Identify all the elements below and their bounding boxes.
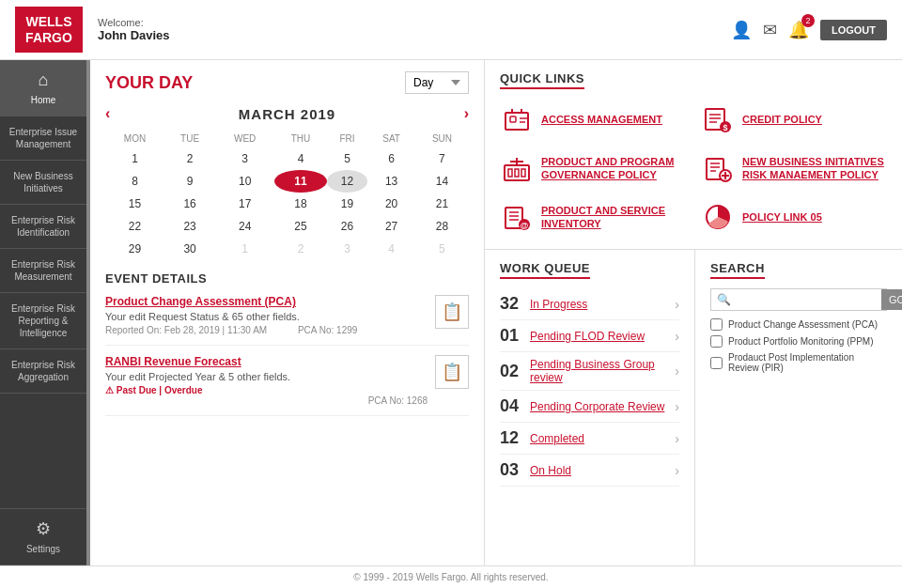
calendar-day[interactable]: 1	[215, 238, 274, 260]
calendar-day[interactable]: 4	[274, 147, 327, 170]
wq-label: Pending Business Group review	[530, 358, 675, 384]
wq-chevron-icon: ›	[675, 431, 679, 446]
calendar-day[interactable]: 12	[327, 170, 368, 193]
settings-icon: ⚙	[4, 518, 83, 540]
credit-icon: $	[701, 102, 735, 136]
event-desc-2: Your edit Projected Year & 5 other field…	[105, 371, 428, 382]
quick-link-access[interactable]: ACCESS MANAGEMENT	[500, 99, 686, 140]
quick-link-policy05[interactable]: POLICY LINK 05	[701, 196, 887, 238]
work-queue-title: WORK QUEUE	[500, 261, 590, 279]
calendar-day[interactable]: 16	[164, 193, 215, 215]
work-queue-item[interactable]: 01 Pending FLOD Review ›	[500, 320, 679, 352]
work-queue-item[interactable]: 12 Completed ›	[500, 423, 679, 455]
search-option-label: Prodauct Post Implementation Review (PIR…	[728, 352, 887, 373]
quick-link-governance[interactable]: PRODUCT AND PROGRAM GOVERNANCE POLICY	[500, 147, 686, 189]
calendar-day[interactable]: 9	[164, 170, 215, 193]
calendar-grid: MON TUE WED THU FRI SAT SUN 123456789101…	[105, 130, 469, 260]
calendar: ‹ MARCH 2019 › MON TUE WED THU FRI SAT S	[90, 101, 484, 260]
quick-link-inventory[interactable]: @ PRODUCT AND SERVICE INVENTORY	[500, 196, 686, 238]
calendar-day[interactable]: 28	[415, 215, 469, 238]
header: WELLS FARGO Welcome: John Davies 👤 ✉ 🔔 2…	[0, 0, 902, 60]
calendar-day[interactable]: 25	[274, 215, 327, 238]
calendar-day[interactable]: 27	[367, 215, 415, 238]
search-go-button[interactable]: GO	[881, 289, 902, 310]
dow-mon: MON	[105, 130, 164, 147]
sidebar-item-risk-reporting[interactable]: Enterprise Risk Reporting & Intelligence	[0, 293, 86, 349]
content-area: YOUR DAY Day Week Month ‹ MARCH 2019 › M…	[90, 60, 902, 565]
wq-number: 12	[500, 428, 530, 448]
your-day-title: YOUR DAY	[105, 73, 193, 93]
event-overdue-badge: ⚠ Past Due | Overdue	[105, 385, 428, 395]
main-layout: ⌂ Home Enterprise Issue Management New B…	[0, 60, 902, 565]
sidebar-item-enterprise-issue[interactable]: Enterprise Issue Management	[0, 116, 86, 161]
calendar-day[interactable]: 14	[415, 170, 469, 193]
sidebar-item-risk-measure[interactable]: Enterprise Risk Measurement	[0, 249, 86, 293]
calendar-day[interactable]: 26	[327, 215, 368, 238]
calendar-day[interactable]: 7	[415, 147, 469, 170]
event-icon-2[interactable]: 📋	[435, 355, 469, 389]
calendar-day[interactable]: 1	[105, 147, 164, 170]
bottom-panels: WORK QUEUE 32 In Progress › 01 Pending F…	[485, 250, 902, 565]
calendar-day[interactable]: 11	[274, 170, 327, 193]
calendar-day[interactable]: 2	[274, 238, 327, 260]
calendar-day[interactable]: 20	[367, 193, 415, 215]
user-icon[interactable]: 👤	[731, 20, 752, 40]
calendar-day[interactable]: 2	[164, 147, 215, 170]
calendar-day[interactable]: 3	[215, 147, 274, 170]
calendar-day[interactable]: 22	[105, 215, 164, 238]
logout-button[interactable]: LOGOUT	[820, 20, 887, 40]
day-select[interactable]: Day Week Month	[405, 71, 469, 94]
calendar-day[interactable]: 6	[367, 147, 415, 170]
calendar-day[interactable]: 21	[415, 193, 469, 215]
calendar-day[interactable]: 5	[327, 147, 368, 170]
calendar-day[interactable]: 30	[164, 238, 215, 260]
event-title-2[interactable]: RANBI Revenue Forecast	[105, 355, 428, 368]
sidebar-item-settings[interactable]: ⚙ Settings	[0, 509, 86, 565]
quick-links-section: QUICK LINKS	[485, 60, 902, 250]
search-input[interactable]	[737, 289, 881, 310]
event-details: EVENT DETAILS Product Change Assessment …	[90, 260, 484, 565]
calendar-day[interactable]: 4	[367, 238, 415, 260]
calendar-day[interactable]: 29	[105, 238, 164, 260]
sidebar-label-risk-id: Enterprise Risk Identification	[11, 215, 75, 238]
logo: WELLS FARGO	[15, 7, 83, 54]
pie-icon	[701, 200, 735, 234]
calendar-day[interactable]: 19	[327, 193, 368, 215]
work-queue-item[interactable]: 02 Pending Business Group review ›	[500, 352, 679, 391]
next-month-button[interactable]: ›	[464, 105, 469, 122]
calendar-day[interactable]: 23	[164, 215, 215, 238]
footer: © 1999 - 2019 Wells Fargo. All rights re…	[0, 565, 902, 588]
calendar-day[interactable]: 8	[105, 170, 164, 193]
work-queue-item[interactable]: 03 On Hold ›	[500, 455, 679, 487]
quick-link-credit[interactable]: $ CREDIT POLICY	[701, 99, 887, 140]
sidebar-item-new-business[interactable]: New Business Initiatives	[0, 161, 86, 205]
calendar-day[interactable]: 13	[367, 170, 415, 193]
calendar-day[interactable]: 5	[415, 238, 469, 260]
work-queue-item[interactable]: 04 Pending Corporate Review ›	[500, 391, 679, 423]
quick-link-new-biz[interactable]: NEW BUSINESS INITIATIVES RISK MANAEMENT …	[701, 147, 887, 189]
wq-label: In Progress	[530, 298, 675, 311]
sidebar-item-risk-id[interactable]: Enterprise Risk Identification	[0, 205, 86, 249]
right-panel: QUICK LINKS	[485, 60, 902, 565]
search-checkbox[interactable]	[710, 335, 723, 348]
calendar-day[interactable]: 17	[215, 193, 274, 215]
work-queue-item[interactable]: 32 In Progress ›	[500, 288, 679, 320]
sidebar-item-home[interactable]: ⌂ Home	[0, 60, 86, 116]
bell-icon[interactable]: 🔔 2	[788, 20, 809, 40]
quick-link-new-biz-text: NEW BUSINESS INITIATIVES RISK MANAEMENT …	[742, 155, 887, 182]
wq-chevron-icon: ›	[675, 364, 679, 379]
calendar-day[interactable]: 18	[274, 193, 327, 215]
search-checkbox[interactable]	[710, 318, 723, 331]
sidebar-label-settings: Settings	[26, 544, 60, 554]
calendar-day[interactable]: 3	[327, 238, 368, 260]
event-icon-1[interactable]: 📋	[435, 295, 469, 329]
mail-icon[interactable]: ✉	[763, 20, 777, 40]
calendar-day[interactable]: 10	[215, 170, 274, 193]
sidebar-label-risk-agg: Enterprise Risk Aggregation	[11, 360, 75, 382]
search-checkbox[interactable]	[710, 357, 723, 369]
prev-month-button[interactable]: ‹	[105, 105, 110, 122]
event-title-1[interactable]: Product Change Assessment (PCA)	[105, 295, 428, 308]
calendar-day[interactable]: 15	[105, 193, 164, 215]
calendar-day[interactable]: 24	[215, 215, 274, 238]
sidebar-item-risk-agg[interactable]: Enterprise Risk Aggregation	[0, 349, 86, 394]
